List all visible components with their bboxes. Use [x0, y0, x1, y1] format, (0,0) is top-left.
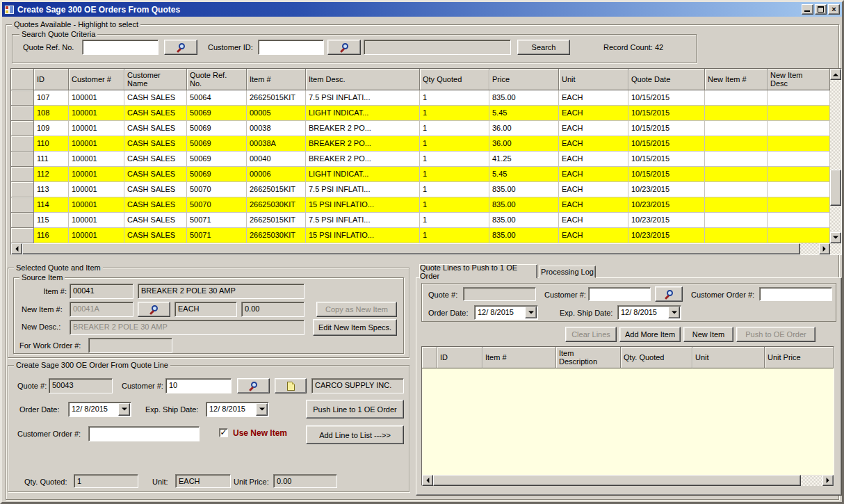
grid-cell[interactable]: 50064: [187, 90, 247, 106]
grid-cell[interactable]: 108: [34, 106, 69, 121]
column-header[interactable]: New Item Desc: [768, 69, 830, 90]
dropdown-button[interactable]: [118, 403, 130, 416]
dropdown-button[interactable]: [256, 403, 268, 416]
row-selector[interactable]: [11, 152, 34, 167]
grid-row[interactable]: 110100001CASH SALES5006900038ABREAKER 2 …: [11, 136, 841, 152]
grid-cell[interactable]: 1: [420, 228, 489, 243]
grid-cell[interactable]: 41.25: [489, 152, 559, 167]
grid-cell[interactable]: EACH: [559, 213, 628, 228]
title-bar[interactable]: Create Sage 300 OE Orders From Quotes ×: [2, 2, 842, 17]
grid-cell[interactable]: 5.45: [489, 106, 559, 121]
grid-cell[interactable]: [768, 90, 830, 106]
push-customer-input[interactable]: [588, 287, 651, 301]
grid-cell[interactable]: BREAKER 2 PO...: [306, 152, 420, 167]
grid-cell[interactable]: 7.5 PSI INFLATI...: [306, 90, 420, 106]
grid-cell[interactable]: EACH: [559, 197, 628, 213]
order-customer-input[interactable]: 10: [165, 378, 232, 393]
grid-cell[interactable]: 111: [34, 152, 69, 167]
column-header[interactable]: Item Desc.: [306, 69, 420, 90]
grid-cell[interactable]: 100001: [69, 228, 124, 243]
grid-cell[interactable]: 10/15/2015: [628, 121, 705, 136]
new-item-search-button[interactable]: [138, 302, 170, 317]
grid-cell[interactable]: CASH SALES: [124, 167, 187, 182]
work-order-field[interactable]: [88, 338, 172, 353]
grid-cell[interactable]: 00005: [247, 106, 306, 121]
grid-cell[interactable]: 100001: [69, 152, 124, 167]
use-new-item-checkbox[interactable]: ✓: [219, 428, 228, 437]
grid-cell[interactable]: 50071: [187, 228, 247, 243]
row-selector[interactable]: [11, 167, 34, 182]
grid-cell[interactable]: [705, 197, 768, 213]
column-header[interactable]: Qty Quoted: [420, 69, 489, 90]
order-date-combo[interactable]: 12/ 8/2015: [68, 402, 131, 417]
grid-cell[interactable]: 100001: [69, 167, 124, 182]
column-header[interactable]: New Item #: [705, 69, 768, 90]
copy-as-new-item-button[interactable]: Copy as New Item: [316, 302, 397, 317]
grid-row[interactable]: 112100001CASH SALES5006900006LIGHT INDIC…: [11, 167, 841, 182]
dropdown-button[interactable]: [525, 307, 537, 318]
push-order-date-combo[interactable]: 12/ 8/2015: [474, 305, 538, 320]
grid-cell[interactable]: [768, 182, 830, 197]
grid-cell[interactable]: [705, 182, 768, 197]
grid-cell[interactable]: 00006: [247, 167, 306, 182]
grid-cell[interactable]: 1: [420, 106, 489, 121]
clear-lines-button[interactable]: Clear Lines: [565, 327, 617, 342]
grid-cell[interactable]: 36.00: [489, 136, 559, 152]
scroll-left-button[interactable]: [422, 475, 433, 486]
grid-cell[interactable]: CASH SALES: [124, 90, 187, 106]
lines-grid-hscrollbar[interactable]: [422, 475, 834, 486]
grid-cell[interactable]: 50069: [187, 106, 247, 121]
grid-row[interactable]: 115100001CASH SALES5007126625015KIT7.5 P…: [11, 213, 841, 228]
grid-cell[interactable]: 1: [420, 213, 489, 228]
push-exp-ship-combo[interactable]: 12/ 8/2015: [617, 305, 681, 320]
column-header[interactable]: Quote Date: [628, 69, 705, 90]
grid-cell[interactable]: 10/23/2015: [628, 197, 705, 213]
grid-cell[interactable]: CASH SALES: [124, 197, 187, 213]
vscroll-thumb[interactable]: [830, 170, 841, 206]
grid-cell[interactable]: CASH SALES: [124, 228, 187, 243]
grid-cell[interactable]: 114: [34, 197, 69, 213]
grid-cell[interactable]: 15 PSI INFLATIO...: [306, 228, 420, 243]
grid-cell[interactable]: 100001: [69, 136, 124, 152]
grid-cell[interactable]: [768, 152, 830, 167]
grid-cell[interactable]: 50069: [187, 152, 247, 167]
quotes-grid-vscrollbar[interactable]: [830, 69, 841, 243]
grid-cell[interactable]: CASH SALES: [124, 106, 187, 121]
grid-cell[interactable]: [768, 228, 830, 243]
row-selector[interactable]: [11, 213, 34, 228]
order-customer-search-button[interactable]: [237, 378, 270, 393]
grid-cell[interactable]: 50070: [187, 197, 247, 213]
grid-cell[interactable]: 26625030KIT: [247, 197, 306, 213]
row-selector[interactable]: [11, 197, 34, 213]
column-header[interactable]: Item #: [247, 69, 306, 90]
grid-cell[interactable]: 26625030KIT: [247, 228, 306, 243]
grid-cell[interactable]: 26625015KIT: [247, 182, 306, 197]
grid-cell[interactable]: 00038A: [247, 136, 306, 152]
row-selector[interactable]: [11, 182, 34, 197]
grid-cell[interactable]: 10/15/2015: [628, 152, 705, 167]
grid-cell[interactable]: 100001: [69, 213, 124, 228]
grid-cell[interactable]: 835.00: [489, 213, 559, 228]
grid-row[interactable]: 107100001CASH SALES5006426625015KIT7.5 P…: [11, 90, 841, 106]
grid-cell[interactable]: EACH: [559, 228, 628, 243]
grid-cell[interactable]: 7.5 PSI INFLATI...: [306, 213, 420, 228]
push-customer-search-button[interactable]: [655, 286, 683, 302]
grid-cell[interactable]: 15 PSI INFLATIO...: [306, 197, 420, 213]
row-selector[interactable]: [11, 90, 34, 106]
column-header[interactable]: Item #: [482, 347, 556, 368]
grid-cell[interactable]: 1: [420, 136, 489, 152]
minimize-button[interactable]: [802, 4, 813, 15]
grid-cell[interactable]: [705, 90, 768, 106]
grid-cell[interactable]: 113: [34, 182, 69, 197]
add-line-to-list-button[interactable]: Add Line to List --->>: [306, 425, 404, 444]
grid-cell[interactable]: [705, 121, 768, 136]
grid-row[interactable]: 114100001CASH SALES5007026625030KIT15 PS…: [11, 197, 841, 213]
grid-cell[interactable]: 1: [420, 152, 489, 167]
grid-row[interactable]: 111100001CASH SALES5006900040BREAKER 2 P…: [11, 152, 841, 167]
exp-ship-date-combo[interactable]: 12/ 8/2015: [206, 402, 269, 417]
grid-cell[interactable]: 835.00: [489, 228, 559, 243]
quote-ref-input[interactable]: [82, 40, 159, 55]
column-header[interactable]: Unit: [692, 347, 765, 368]
grid-row[interactable]: 108100001CASH SALES5006900005LIGHT INDIC…: [11, 106, 841, 121]
grid-cell[interactable]: 100001: [69, 90, 124, 106]
